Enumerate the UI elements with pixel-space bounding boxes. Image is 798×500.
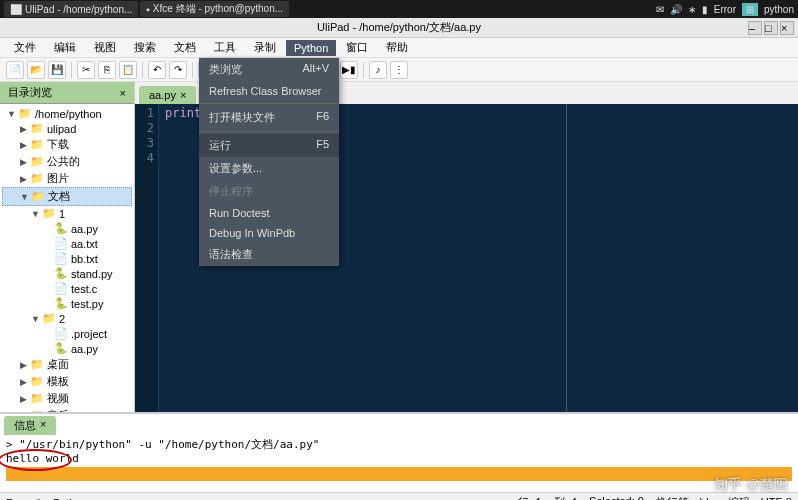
- tree-item[interactable]: 🐍aa.py: [2, 341, 132, 356]
- cut-button[interactable]: ✂: [77, 61, 95, 79]
- statusbar: Runs the Python program. 行: 1 列: 4 Selec…: [0, 492, 798, 500]
- tree-item[interactable]: ▶📁ulipad: [2, 121, 132, 136]
- tree-item[interactable]: 📄.project: [2, 326, 132, 341]
- status-message: Runs the Python program.: [6, 497, 134, 501]
- sidebar: 目录浏览 × ▼📁/home/python▶📁ulipad▶📁下载▶📁公共的▶📁…: [0, 82, 135, 412]
- sidebar-tab-directory[interactable]: 目录浏览 ×: [0, 82, 134, 104]
- highlight-bar: [6, 467, 792, 481]
- tree-item[interactable]: 🐍test.py: [2, 296, 132, 311]
- error-indicator[interactable]: Error: [714, 4, 736, 15]
- menu-item-debug-in-winpdb[interactable]: Debug In WinPdb: [199, 223, 339, 243]
- debug-button[interactable]: ▶▮: [340, 61, 358, 79]
- maximize-button[interactable]: □: [764, 21, 778, 35]
- taskbar-app-ulipad[interactable]: ⬜ UliPad - /home/python...: [4, 1, 138, 17]
- menu-item-打开模块文件[interactable]: 打开模块文件F6: [199, 106, 339, 129]
- menu-文档[interactable]: 文档: [166, 38, 204, 57]
- menu-视图[interactable]: 视图: [86, 38, 124, 57]
- copy-button[interactable]: ⎘: [98, 61, 116, 79]
- tree-item[interactable]: 🐍aa.py: [2, 221, 132, 236]
- menu-文件[interactable]: 文件: [6, 38, 44, 57]
- music-button[interactable]: ♪: [369, 61, 387, 79]
- bluetooth-icon[interactable]: ∗: [688, 4, 696, 15]
- close-button[interactable]: ×: [780, 21, 794, 35]
- status-selected: Selected: 0: [589, 495, 644, 500]
- tree-item[interactable]: ▶📁下载: [2, 136, 132, 153]
- menu-搜索[interactable]: 搜索: [126, 38, 164, 57]
- tree-item[interactable]: ▶📁模板: [2, 373, 132, 390]
- menu-item-run-doctest[interactable]: Run Doctest: [199, 203, 339, 223]
- window-titlebar: UliPad - /home/python/文档/aa.py – □ ×: [0, 18, 798, 38]
- window-title: UliPad - /home/python/文档/aa.py: [317, 20, 481, 35]
- redo-button[interactable]: ↷: [169, 61, 187, 79]
- editor-split[interactable]: [566, 104, 567, 412]
- status-encoding: 编码：UTF-8: [728, 495, 792, 500]
- info-close-icon[interactable]: ×: [40, 418, 46, 433]
- tree-item[interactable]: ▶📁桌面: [2, 356, 132, 373]
- command-line: > "/usr/bin/python" -u "/home/python/文档/…: [6, 437, 792, 452]
- menu-窗口[interactable]: 窗口: [338, 38, 376, 57]
- menu-录制[interactable]: 录制: [246, 38, 284, 57]
- python-menu-dropdown[interactable]: 类浏览Alt+VRefresh Class Browser打开模块文件F6运行F…: [199, 58, 339, 266]
- open-file-button[interactable]: 📂: [27, 61, 45, 79]
- battery-icon[interactable]: ▮: [702, 4, 708, 15]
- editor-tab[interactable]: aa.py×: [139, 86, 196, 104]
- taskbar-app-terminal[interactable]: ▪ Xfce 终端 - python@python...: [140, 1, 289, 17]
- tree-item[interactable]: ▼📁/home/python: [2, 106, 132, 121]
- tree-item[interactable]: 📄aa.txt: [2, 236, 132, 251]
- desktop-taskbar: ⬜ UliPad - /home/python... ▪ Xfce 终端 - p…: [0, 0, 798, 18]
- menu-帮助[interactable]: 帮助: [378, 38, 416, 57]
- new-file-button[interactable]: 📄: [6, 61, 24, 79]
- menu-item-类浏览[interactable]: 类浏览Alt+V: [199, 58, 339, 81]
- status-col: 列: 4: [554, 495, 577, 500]
- undo-button[interactable]: ↶: [148, 61, 166, 79]
- menu-item-refresh-class-browser[interactable]: Refresh Class Browser: [199, 81, 339, 101]
- file-tree[interactable]: ▼📁/home/python▶📁ulipad▶📁下载▶📁公共的▶📁图片▼📁文档▼…: [0, 104, 134, 412]
- tree-item[interactable]: ▶📁公共的: [2, 153, 132, 170]
- paste-button[interactable]: 📋: [119, 61, 137, 79]
- minimize-button[interactable]: –: [748, 21, 762, 35]
- menu-item-设置参数...[interactable]: 设置参数...: [199, 157, 339, 180]
- line-gutter: 1234: [135, 104, 159, 412]
- workspace-indicator[interactable]: ⊞: [742, 3, 758, 16]
- tree-item[interactable]: 📄bb.txt: [2, 251, 132, 266]
- menu-item-语法检查[interactable]: 语法检查: [199, 243, 339, 266]
- tree-item[interactable]: ▼📁2: [2, 311, 132, 326]
- tree-item[interactable]: 📄test.c: [2, 281, 132, 296]
- menu-编辑[interactable]: 编辑: [46, 38, 84, 57]
- mail-icon[interactable]: ✉: [656, 4, 664, 15]
- bottom-panel: 信息 × > "/usr/bin/python" -u "/home/pytho…: [0, 412, 798, 492]
- save-button[interactable]: 💾: [48, 61, 66, 79]
- menu-item-停止程序: 停止程序: [199, 180, 339, 203]
- python-indicator: python: [764, 4, 794, 15]
- toolbar: 📄 📂 💾 ✂ ⎘ 📋 ↶ ↷ ⚙ 🔍 ▦ ● ■ ▶ ▶▮ ♪ ⋮: [0, 58, 798, 82]
- tab-close-icon[interactable]: ×: [180, 89, 186, 101]
- sidebar-close-icon[interactable]: ×: [120, 87, 126, 99]
- watermark: 知乎 @楚阳: [714, 476, 788, 494]
- info-tab[interactable]: 信息 ×: [4, 416, 56, 435]
- tree-item[interactable]: ▼📁1: [2, 206, 132, 221]
- tree-item[interactable]: ▼📁文档: [2, 187, 132, 206]
- tree-item[interactable]: ▶📁图片: [2, 170, 132, 187]
- sound-icon[interactable]: 🔊: [670, 4, 682, 15]
- menu-python[interactable]: Python: [286, 40, 336, 56]
- output-content[interactable]: > "/usr/bin/python" -u "/home/python/文档/…: [0, 435, 798, 492]
- tree-item[interactable]: ▶📁音乐: [2, 407, 132, 412]
- status-row: 行: 1: [518, 495, 541, 500]
- output-line: hello world: [6, 452, 79, 465]
- sidebar-tab-label: 目录浏览: [8, 85, 52, 100]
- menu-item-运行[interactable]: 运行F5: [199, 134, 339, 157]
- menubar: 文件编辑视图搜索文档工具录制Python窗口帮助: [0, 38, 798, 58]
- menu-工具[interactable]: 工具: [206, 38, 244, 57]
- extra-button[interactable]: ⋮: [390, 61, 408, 79]
- status-eol: 换行符：\r\n: [656, 495, 716, 500]
- tree-item[interactable]: ▶📁视频: [2, 390, 132, 407]
- tree-item[interactable]: 🐍stand.py: [2, 266, 132, 281]
